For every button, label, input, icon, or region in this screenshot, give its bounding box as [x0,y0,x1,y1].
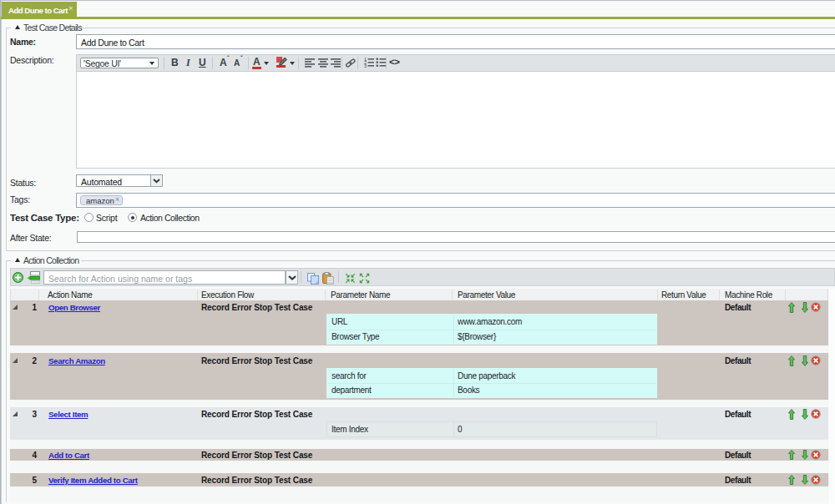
svg-text:3: 3 [364,63,367,68]
